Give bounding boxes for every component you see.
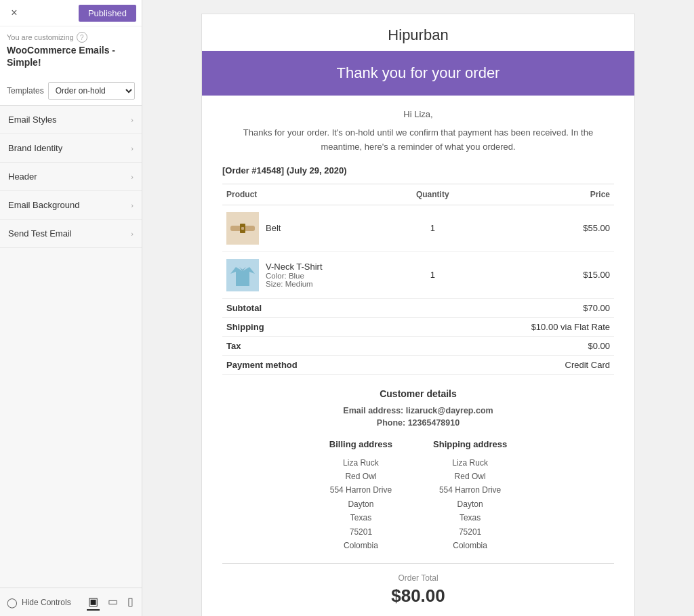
col-product: Product (222, 184, 398, 205)
table-row: V-Neck T-Shirt Color: Blue Size: Medium … (222, 251, 614, 298)
published-button[interactable]: Published (79, 5, 136, 22)
templates-row: Templates Order on-hold (0, 75, 142, 105)
product-quantity: 1 (398, 251, 467, 298)
sidebar-item-label: Header (8, 171, 37, 182)
billing-title: Billing address (329, 437, 392, 452)
chevron-right-icon: › (131, 116, 134, 124)
templates-label: Templates (7, 86, 44, 96)
shipping-address: Shipping address Liza Ruck Red Owl 554 H… (433, 437, 507, 553)
shipping-line-4: Dayton (433, 497, 507, 511)
customer-details-title: Customer details (222, 388, 614, 399)
sidebar-item-label: Send Test Email (8, 228, 72, 239)
billing-line-2: Red Owl (329, 470, 392, 483)
shipping-line-6: 75201 (433, 525, 507, 539)
sidebar-header: × Published You are customizing ? WooCom… (0, 0, 142, 106)
email-wrapper: Hipurban Thank you for your order Hi Liz… (201, 14, 635, 602)
email-body: Hi Liza, Thanks for your order. It's on-… (202, 96, 634, 616)
billing-line-7: Colombia (329, 539, 392, 552)
sidebar-item-send-test-email[interactable]: Send Test Email › (0, 220, 142, 248)
summary-value: Credit Card (467, 355, 614, 374)
main-content: Hipurban Thank you for your order Hi Liz… (142, 0, 694, 616)
product-cell: Belt (222, 205, 398, 251)
customizing-label: You are customizing ? (0, 26, 142, 44)
chevron-right-icon: › (131, 173, 134, 181)
product-color: Color: Blue (266, 272, 323, 280)
summary-value: $10.00 via Flat Rate (467, 317, 614, 336)
summary-value: $0.00 (467, 336, 614, 355)
table-row: Belt 1 $55.00 (222, 205, 614, 251)
customer-section: Customer details Email address: lizaruck… (222, 388, 614, 553)
summary-shipping: Shipping $10.00 via Flat Rate (222, 317, 614, 336)
email-greeting: Hi Liza, (222, 109, 614, 119)
info-icon[interactable]: ? (77, 32, 87, 43)
hide-controls-button[interactable]: ◯ Hide Controls (7, 597, 71, 608)
product-info: Belt (226, 212, 394, 245)
col-quantity: Quantity (398, 184, 467, 205)
shipping-line-3: 554 Harron Drive (433, 483, 507, 497)
shipping-title: Shipping address (433, 437, 507, 452)
top-bar: × Published (0, 0, 142, 26)
belt-image (226, 212, 259, 245)
product-price: $55.00 (467, 205, 614, 251)
sidebar-item-email-background[interactable]: Email Background › (0, 191, 142, 220)
summary-label: Tax (222, 336, 467, 355)
order-total-amount: $80.00 (222, 586, 614, 607)
order-title: [Order #14548] (July 29, 2020) (222, 165, 614, 176)
email-intro: Thanks for your order. It's on-hold unti… (222, 126, 614, 155)
summary-value: $70.00 (467, 298, 614, 317)
product-price: $15.00 (467, 251, 614, 298)
device-icons: ▣ ▭ ▯ (87, 594, 135, 611)
billing-line-6: 75201 (329, 525, 392, 539)
desktop-icon[interactable]: ▣ (87, 594, 100, 611)
circle-icon: ◯ (7, 597, 18, 608)
email-banner: Thank you for your order (202, 51, 634, 96)
product-details: Belt (266, 223, 281, 233)
sidebar-item-brand-identity[interactable]: Brand Identity › (0, 134, 142, 163)
sidebar-item-label: Email Styles (8, 115, 57, 125)
shipping-line-2: Red Owl (433, 470, 507, 483)
order-total-section: Order Total $80.00 (222, 563, 614, 616)
order-total-label: Order Total (222, 573, 614, 583)
chevron-right-icon: › (131, 144, 134, 152)
customer-phone: Phone: 12365478910 (222, 418, 614, 428)
customer-email: Email address: lizaruck@dayrep.com (222, 406, 614, 415)
tablet-icon[interactable]: ▭ (106, 594, 119, 611)
svg-rect-2 (241, 227, 244, 230)
product-cell: V-Neck T-Shirt Color: Blue Size: Medium (222, 251, 398, 298)
product-quantity: 1 (398, 205, 467, 251)
billing-address: Billing address Liza Ruck Red Owl 554 Ha… (329, 437, 392, 553)
sidebar-item-label: Brand Identity (8, 143, 62, 153)
billing-line-4: Dayton (329, 497, 392, 511)
sidebar-item-email-styles[interactable]: Email Styles › (0, 106, 142, 134)
billing-line-5: Texas (329, 511, 392, 525)
sidebar-footer: ◯ Hide Controls ▣ ▭ ▯ (0, 588, 142, 616)
product-name: Belt (266, 223, 281, 233)
sidebar-menu: Email Styles › Brand Identity › Header ›… (0, 106, 142, 588)
customizing-title: WooCommerce Emails - Simple! (0, 44, 142, 75)
hide-controls-label: Hide Controls (22, 598, 71, 607)
templates-select[interactable]: Order on-hold (48, 82, 135, 100)
order-table: Product Quantity Price (222, 184, 614, 375)
sidebar-item-header[interactable]: Header › (0, 163, 142, 191)
mobile-icon[interactable]: ▯ (126, 594, 135, 611)
sidebar-item-label: Email Background (8, 200, 80, 210)
summary-label: Subtotal (222, 298, 467, 317)
shipping-line-7: Colombia (433, 539, 507, 552)
summary-payment: Payment method Credit Card (222, 355, 614, 374)
product-name: V-Neck T-Shirt (266, 262, 323, 272)
product-details: V-Neck T-Shirt Color: Blue Size: Medium (266, 262, 323, 288)
col-price: Price (467, 184, 614, 205)
product-size: Size: Medium (266, 280, 323, 288)
product-info: V-Neck T-Shirt Color: Blue Size: Medium (226, 259, 394, 291)
summary-label: Payment method (222, 355, 467, 374)
summary-label: Shipping (222, 317, 467, 336)
close-button[interactable]: × (5, 4, 23, 22)
store-name: Hipurban (202, 14, 634, 51)
sidebar: × Published You are customizing ? WooCom… (0, 0, 142, 616)
chevron-right-icon: › (131, 230, 134, 238)
summary-tax: Tax $0.00 (222, 336, 614, 355)
shipping-line-5: Texas (433, 511, 507, 525)
chevron-right-icon: › (131, 201, 134, 209)
addresses: Billing address Liza Ruck Red Owl 554 Ha… (222, 437, 614, 553)
shipping-line-1: Liza Ruck (433, 456, 507, 470)
